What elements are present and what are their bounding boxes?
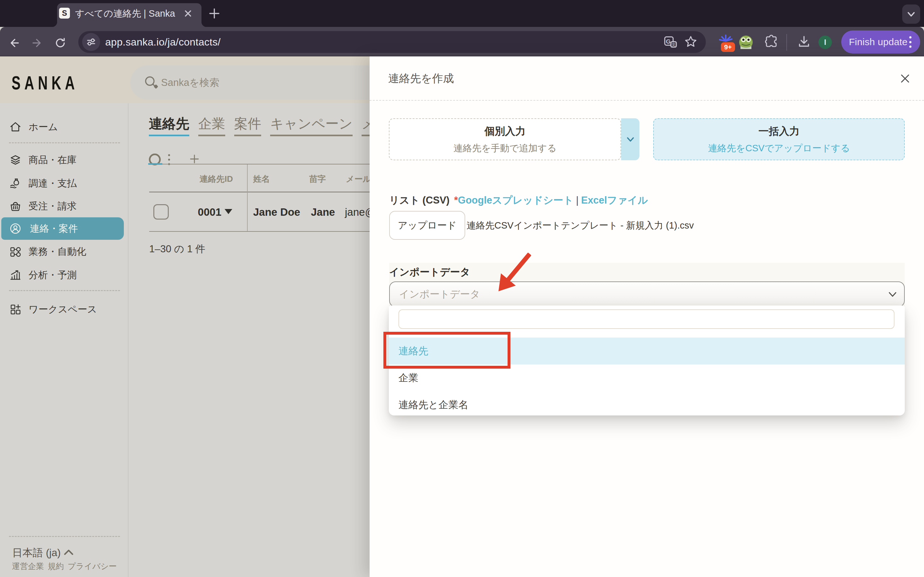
sidebar-item-workspace[interactable]: ワークスペース xyxy=(0,298,128,321)
sidebar: ホーム 商品・在庫 調達・支払 受注・請求 連絡・案件 業務・自動化 xyxy=(0,103,128,577)
bookmark-star-icon[interactable] xyxy=(684,35,698,48)
tab-close-icon[interactable] xyxy=(182,8,194,19)
chevron-up-icon xyxy=(63,548,74,557)
extension-starburst-icon[interactable]: 9+ xyxy=(718,33,736,53)
cell-first-name[interactable]: Jane xyxy=(311,206,335,219)
panel-close-icon[interactable] xyxy=(899,73,911,85)
extensions-puzzle-icon[interactable] xyxy=(764,35,779,49)
import-data-select[interactable]: インポートデータ xyxy=(389,282,905,307)
downloads-icon[interactable] xyxy=(797,35,811,49)
tab-contacts[interactable]: 連絡先 xyxy=(149,116,189,136)
finish-update-label: Finish update xyxy=(849,31,908,53)
csv-list-row: リスト (CSV)*Googleスプレッドシート|Excelファイル xyxy=(389,193,648,207)
sidebar-divider xyxy=(9,142,120,143)
annotation-arrow xyxy=(486,251,540,308)
create-contact-panel: 連絡先を作成 個別入力 連絡先を手動で追加する 一括入力 連絡先をCSVでアップ… xyxy=(370,56,924,577)
sidebar-item-home[interactable]: ホーム xyxy=(0,116,128,138)
chevron-down-icon xyxy=(906,9,917,19)
column-header-first-name[interactable]: 苗字 xyxy=(309,173,326,185)
footer-link-company[interactable]: 運営企業 xyxy=(12,562,44,571)
cell-last-name[interactable]: Jane Doe xyxy=(253,206,300,219)
sidebar-divider xyxy=(9,536,120,537)
column-header-last-name[interactable]: 姓名 xyxy=(253,173,270,185)
option-contacts-companies[interactable]: 連絡先と企業名 xyxy=(389,392,905,418)
extension-frog-icon[interactable] xyxy=(739,35,753,49)
chevron-down-icon xyxy=(625,134,636,145)
view-options-kebab-icon[interactable] xyxy=(168,154,170,165)
window-chevron-button[interactable] xyxy=(902,5,920,24)
active-view-underline xyxy=(148,163,162,165)
site-favicon: S xyxy=(59,8,70,19)
reload-icon[interactable] xyxy=(55,37,66,49)
url-text[interactable]: app.sanka.io/ja/contacts/ xyxy=(105,31,221,53)
pagination-text: 1–30 の 1 件 xyxy=(149,242,205,256)
tab-campaigns[interactable]: キャンペーン xyxy=(270,116,352,136)
mode-individual-button[interactable]: 個別入力 連絡先を手動で追加する xyxy=(389,118,621,160)
annotation-highlight-rectangle xyxy=(383,332,510,369)
svg-text:文: 文 xyxy=(672,42,676,47)
import-data-label: インポートデータ xyxy=(389,266,470,279)
browser-tab-strip: S すべての連絡先 | Sanka xyxy=(0,0,924,27)
language-selector[interactable]: 日本語 (ja) xyxy=(12,545,61,560)
finish-update-button[interactable]: Finish update xyxy=(841,31,920,53)
dropdown-search-input[interactable] xyxy=(399,309,895,329)
workspace-grid-icon xyxy=(9,303,21,316)
basket-icon xyxy=(9,200,21,212)
sidebar-divider xyxy=(9,290,120,291)
forward-icon[interactable] xyxy=(31,37,43,49)
column-header-contact-id[interactable]: 連絡先ID xyxy=(191,173,233,185)
search-icon xyxy=(143,74,159,90)
browser-menu-kebab-icon[interactable] xyxy=(909,36,912,48)
upload-button[interactable]: アップロード xyxy=(389,211,465,240)
panel-divider xyxy=(370,100,924,101)
new-tab-button[interactable] xyxy=(207,6,221,21)
svg-text:G: G xyxy=(666,38,671,45)
profile-avatar[interactable]: I xyxy=(819,35,832,49)
money-bag-hand-icon xyxy=(9,177,21,189)
back-icon[interactable] xyxy=(8,37,20,49)
sidebar-item-products[interactable]: 商品・在庫 xyxy=(0,149,128,171)
sidebar-footer-links: 運営企業規約プライバシー xyxy=(12,561,121,572)
select-placeholder: インポートデータ xyxy=(399,282,480,306)
sidebar-item-analytics[interactable]: 分析・予測 xyxy=(0,264,128,286)
mode-bulk-button[interactable]: 一括入力 連絡先をCSVでアップロードする xyxy=(653,118,905,160)
toolbar-divider xyxy=(787,34,787,51)
google-sheets-link[interactable]: Googleスプレッドシート xyxy=(458,195,573,206)
mode-individual-dropdown[interactable] xyxy=(621,118,640,160)
workflow-icon xyxy=(9,245,21,258)
person-circle-icon xyxy=(9,222,21,235)
sidebar-item-procurement[interactable]: 調達・支払 xyxy=(0,172,128,195)
svg-text:9+: 9+ xyxy=(724,43,732,51)
chart-icon xyxy=(9,269,21,281)
sidebar-item-automation[interactable]: 業務・自動化 xyxy=(0,240,128,263)
cell-contact-id[interactable]: 0001 xyxy=(180,206,221,219)
footer-link-terms[interactable]: 規約 xyxy=(48,562,64,571)
sidebar-item-orders[interactable]: 受注・請求 xyxy=(0,195,128,218)
required-mark: * xyxy=(454,195,458,206)
sanka-logo[interactable]: SANKA xyxy=(11,73,79,93)
translate-icon[interactable]: G 文 xyxy=(664,35,677,48)
excel-file-link[interactable]: Excelファイル xyxy=(581,195,648,206)
layers-icon xyxy=(9,154,21,166)
add-view-button[interactable] xyxy=(188,153,201,165)
csv-list-label: リスト (CSV) xyxy=(389,195,449,206)
tab-title: すべての連絡先 | Sanka xyxy=(75,3,175,24)
panel-title: 連絡先を作成 xyxy=(388,71,454,86)
home-icon xyxy=(9,121,21,133)
footer-link-privacy[interactable]: プライバシー xyxy=(68,562,117,571)
tab-deals[interactable]: 案件 xyxy=(234,116,261,136)
search-placeholder: Sankaを検索 xyxy=(161,65,220,100)
column-divider xyxy=(247,164,248,231)
uploaded-file-name: 連絡先CSVインポートテンプレート - 新規入力 (1).csv xyxy=(467,211,694,240)
site-info-icon[interactable] xyxy=(82,33,100,51)
row-checkbox[interactable] xyxy=(153,204,169,219)
browser-toolbar: app.sanka.io/ja/contacts/ G 文 9+ xyxy=(0,27,924,56)
chevron-down-icon xyxy=(888,290,897,299)
address-bar[interactable]: app.sanka.io/ja/contacts/ G 文 xyxy=(78,31,706,53)
tab-companies[interactable]: 企業 xyxy=(198,116,225,136)
sidebar-item-contacts[interactable]: 連絡・案件 xyxy=(1,218,124,240)
browser-tab[interactable]: S すべての連絡先 | Sanka xyxy=(57,3,202,27)
row-expand-icon[interactable] xyxy=(225,209,232,214)
